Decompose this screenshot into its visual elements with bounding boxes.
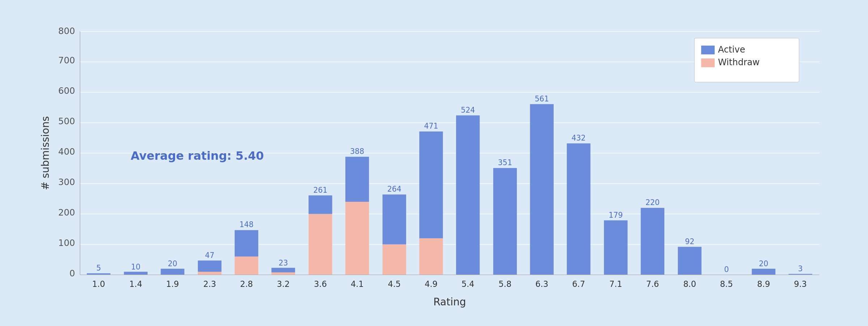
bar-active-9 xyxy=(419,131,443,238)
bar-label-17: 0 xyxy=(724,265,729,274)
x-tick-9: 4.9 xyxy=(425,279,438,289)
x-tick-18: 8.9 xyxy=(757,279,770,289)
bar-active-3 xyxy=(198,260,221,272)
bar-label-14: 179 xyxy=(609,211,623,220)
svg-text:300: 300 xyxy=(58,177,75,187)
x-tick-16: 8.0 xyxy=(683,279,696,289)
legend-active-swatch xyxy=(701,46,715,54)
bar-label-3: 47 xyxy=(205,251,214,260)
x-tick-11: 5.8 xyxy=(499,279,512,289)
bar-active-1 xyxy=(124,272,148,275)
average-rating-label: Average rating: 5.40 xyxy=(131,149,264,162)
legend-active-label: Active xyxy=(718,44,745,55)
legend-withdraw-label: Withdraw xyxy=(718,57,760,67)
svg-text:600: 600 xyxy=(58,85,75,96)
x-tick-0: 1.0 xyxy=(92,279,105,289)
bar-active-10 xyxy=(456,116,480,275)
bar-label-0: 5 xyxy=(96,264,101,272)
chart-container: 0 100 200 300 400 500 600 700 800 # subm… xyxy=(0,0,868,326)
x-tick-13: 6.7 xyxy=(572,279,585,289)
main-chart: 0 100 200 300 400 500 600 700 800 # subm… xyxy=(36,14,846,319)
bar-active-4 xyxy=(235,230,258,256)
bar-label-7: 388 xyxy=(350,147,364,156)
bar-active-11 xyxy=(493,168,517,275)
bar-withdraw-5 xyxy=(272,272,295,275)
bar-active-16 xyxy=(678,247,701,275)
svg-text:800: 800 xyxy=(58,26,75,36)
bar-label-1: 10 xyxy=(131,263,140,271)
x-tick-14: 7.1 xyxy=(609,279,622,289)
bar-label-11: 351 xyxy=(498,158,512,167)
bar-active-15 xyxy=(641,208,664,275)
legend-withdraw-swatch xyxy=(701,58,715,67)
x-axis-label: Rating xyxy=(433,296,466,308)
x-tick-2: 1.9 xyxy=(166,279,179,289)
svg-text:0: 0 xyxy=(69,268,75,279)
x-tick-7: 4.1 xyxy=(351,279,364,289)
svg-text:200: 200 xyxy=(58,207,75,218)
x-tick-4: 2.8 xyxy=(240,279,253,289)
bar-label-12: 561 xyxy=(535,95,549,103)
x-tick-1: 1.4 xyxy=(129,279,142,289)
bar-withdraw-9 xyxy=(419,238,443,275)
x-tick-12: 6.3 xyxy=(535,279,548,289)
bar-active-5 xyxy=(272,268,295,272)
bar-label-5: 23 xyxy=(278,259,288,267)
bar-label-8: 264 xyxy=(387,185,401,193)
bar-active-2 xyxy=(161,269,184,275)
bar-label-13: 432 xyxy=(571,134,586,142)
bar-withdraw-7 xyxy=(345,202,369,275)
svg-text:400: 400 xyxy=(58,146,75,157)
x-tick-10: 5.4 xyxy=(461,279,475,289)
bar-withdraw-3 xyxy=(198,272,221,275)
svg-text:700: 700 xyxy=(58,55,75,66)
x-tick-19: 9.3 xyxy=(794,279,807,289)
bar-withdraw-8 xyxy=(383,244,406,275)
bar-withdraw-4 xyxy=(235,256,258,275)
bar-active-18 xyxy=(752,269,775,275)
x-tick-15: 7.6 xyxy=(646,279,659,289)
bar-label-15: 220 xyxy=(646,198,660,207)
x-tick-8: 4.5 xyxy=(388,279,401,289)
y-axis-label: # submissions xyxy=(39,116,51,190)
bar-active-12 xyxy=(530,104,553,275)
bar-label-6: 261 xyxy=(313,186,327,195)
svg-text:100: 100 xyxy=(58,238,75,248)
bar-label-9: 471 xyxy=(424,122,438,130)
x-tick-5: 3.2 xyxy=(277,279,290,289)
bar-label-16: 92 xyxy=(685,237,694,246)
x-tick-6: 3.6 xyxy=(314,279,327,289)
x-tick-3: 2.3 xyxy=(203,279,216,289)
x-tick-17: 8.5 xyxy=(720,279,733,289)
bar-active-8 xyxy=(383,195,406,244)
bar-label-2: 20 xyxy=(168,259,177,268)
bar-label-10: 524 xyxy=(461,106,475,114)
bar-label-19: 3 xyxy=(798,264,803,273)
bar-label-4: 148 xyxy=(239,220,254,229)
bar-label-18: 20 xyxy=(759,259,768,268)
bar-active-6 xyxy=(309,195,332,214)
svg-text:500: 500 xyxy=(58,116,75,126)
bar-active-7 xyxy=(345,157,369,202)
bar-withdraw-6 xyxy=(309,214,332,275)
bar-active-14 xyxy=(604,220,627,275)
bar-active-13 xyxy=(567,143,590,275)
